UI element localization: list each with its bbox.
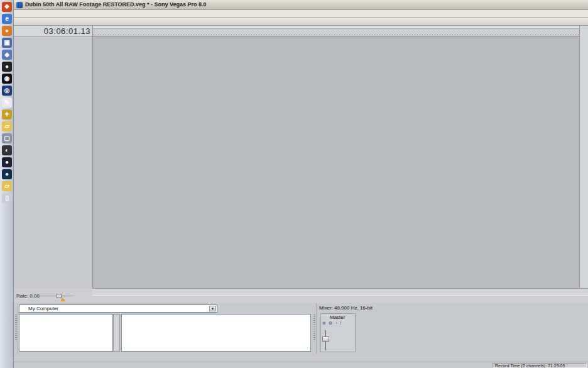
record-time-status: Record Time (2 channels): 71:29:05 [493,363,587,368]
gold-icon[interactable]: ✦ [2,109,12,120]
mixer-grip[interactable] [312,303,317,354]
explorer-file-list[interactable] [121,314,311,352]
menu-bar [14,10,588,18]
app3-icon[interactable]: ▣ [2,38,12,48]
explorer-path-value: My Computer [28,306,58,311]
app4-icon[interactable]: ◆ [2,50,12,60]
ball2-icon[interactable]: ● [2,169,12,179]
explorer-tree[interactable] [19,314,113,352]
mixer-panel: Mixer: 48,000 Hz, 16-bit Master ⊕ ⚙ ◔ ! [317,303,588,354]
media2-icon[interactable]: ◉ [2,74,12,84]
explorer-panel: My Computer▼ [18,303,312,354]
explorer-grip[interactable] [14,303,18,354]
master-icons[interactable]: ⊕ ⚙ ◔ ! [322,321,342,326]
master-bus-strip: Master ⊕ ⚙ ◔ ! [320,313,356,352]
start-button[interactable]: ❖ [2,2,12,12]
time-ruler[interactable] [93,29,579,36]
pen-icon[interactable]: ✎ [2,98,12,108]
monitor-icon[interactable]: ▢ [2,133,12,143]
vegas-window: Dubin 50th All RAW Footage RESTORED.veg … [14,0,588,368]
timeline-horizontal-scrollbar[interactable] [92,288,588,295]
screen: ❖e●▣◆●◉◎✎✦▱▢◐●●▱▯ Dubin 50th All RAW Foo… [0,0,588,368]
rate-label: Rate: 0.00 [16,293,40,299]
folder2-icon[interactable]: ▱ [2,181,12,191]
explorer-path-combo[interactable]: My Computer▼ [19,304,217,313]
app5-icon[interactable]: ◐ [2,145,12,155]
transport-bar [92,295,588,303]
dock-tabs [14,354,588,362]
explorer-tree-scrollbar[interactable] [113,314,120,352]
media3-icon[interactable]: ◎ [2,86,12,96]
folder1-icon[interactable]: ▱ [2,121,12,131]
main-toolbar [14,18,588,26]
ie-icon[interactable]: e [2,14,12,24]
master-label: Master [330,315,345,320]
rate-marker [60,298,65,301]
firefox-icon[interactable]: ● [2,26,12,36]
mixer-title: Mixer: 48,000 Hz, 16-bit [319,305,373,311]
cursor-timecode: 03:06:01.13 [44,26,90,36]
window-title: Dubin 50th All RAW Footage RESTORED.veg … [25,1,207,8]
timeline-vertical-scrollbar[interactable] [579,26,588,288]
windows-taskbar: ❖e●▣◆●◉◎✎✦▱▢◐●●▱▯ [0,0,14,368]
rate-slider[interactable] [39,296,74,296]
rate-control: Rate: 0.00 [14,288,92,303]
title-bar[interactable]: Dubin 50th All RAW Footage RESTORED.veg … [14,0,588,10]
master-fader-knob[interactable] [322,337,329,342]
ball1-icon[interactable]: ● [2,157,12,167]
timecode-display[interactable]: 03:06:01.13 [14,26,92,36]
media1-icon[interactable]: ● [2,62,12,72]
doc-icon[interactable]: ▯ [2,193,12,203]
app-icon [16,2,23,8]
master-fader[interactable] [325,330,326,350]
timeline[interactable] [92,26,579,288]
combo-dropdown-arrow[interactable]: ▼ [209,306,216,311]
track-list-panel: 03:06:01.13 [14,26,92,288]
window-docking-area: My Computer▼ Mixer: 48,000 Hz, 16-bit Ma… [14,303,588,354]
status-bar: Record Time (2 channels): 71:29:05 [14,362,588,368]
